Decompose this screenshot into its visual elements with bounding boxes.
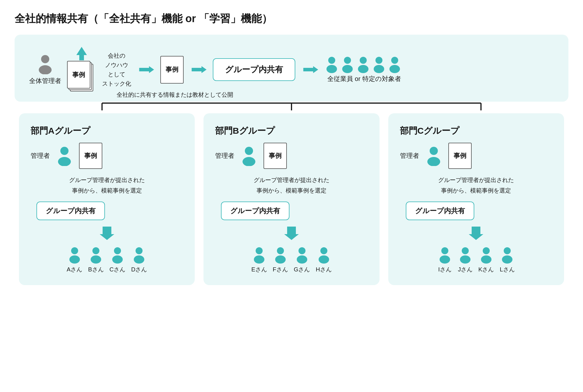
member-b2: Fさん	[273, 246, 288, 273]
svg-marker-22	[100, 227, 114, 240]
svg-point-14	[391, 57, 398, 64]
svg-marker-44	[469, 227, 483, 240]
member-c1-icon	[438, 246, 452, 264]
group-c-members: Iさん Jさん Kさん Lさん	[438, 246, 514, 273]
svg-point-8	[344, 57, 351, 64]
member-c2-label: Jさん	[458, 266, 473, 273]
group-a-card: 部門Aグループ 管理者 事例 グループ管理者が提出された 事例から、模範事例を選…	[19, 113, 195, 285]
page-container: 全社的情報共有（「全社共有」機能 or 「学習」機能） 全体管理者	[15, 12, 568, 288]
group-b-manager-label: 管理者	[215, 151, 234, 160]
diagram-wrapper: 全体管理者 事例	[15, 35, 568, 288]
doc-stack-area: 事例	[67, 46, 96, 93]
svg-point-1	[39, 65, 52, 74]
group-c-manager-icon	[425, 146, 442, 166]
member-c3-label: Kさん	[478, 266, 494, 273]
bottom-section: 部門Aグループ 管理者 事例 グループ管理者が提出された 事例から、模範事例を選…	[15, 110, 568, 288]
member-a3-icon	[110, 246, 125, 264]
svg-marker-4	[192, 66, 207, 73]
member-b2-icon	[273, 246, 288, 264]
svg-point-20	[60, 147, 69, 155]
svg-point-24	[69, 255, 80, 264]
member-b3: Gさん	[294, 246, 310, 273]
group-a-manager-icon	[56, 146, 73, 166]
svg-point-50	[481, 255, 491, 264]
right-arrow-icon-2	[189, 64, 207, 75]
group-c-manager-label: 管理者	[400, 151, 419, 160]
group-a-down-arrow	[100, 226, 114, 241]
connector-svg	[15, 102, 568, 110]
down-arrow-icon-c	[469, 226, 483, 241]
member-b4-icon	[317, 246, 331, 264]
svg-point-15	[389, 65, 400, 73]
svg-point-35	[254, 255, 264, 264]
member-c2: Jさん	[458, 246, 473, 273]
public-note: 全社的に共有する情報または教材として公開	[117, 91, 233, 99]
group-c-title: 部門Cグループ	[400, 125, 460, 137]
svg-point-11	[358, 65, 368, 73]
member-b1-label: Eさん	[251, 266, 267, 273]
group-a-manager-label: 管理者	[31, 151, 50, 160]
svg-point-31	[245, 147, 253, 155]
document-stack: 事例	[67, 61, 96, 93]
svg-point-28	[112, 255, 123, 264]
svg-point-47	[462, 247, 469, 254]
person-icon-4	[372, 56, 386, 73]
svg-marker-33	[284, 227, 299, 240]
svg-marker-5	[303, 66, 318, 73]
svg-point-36	[277, 247, 284, 254]
svg-point-25	[92, 247, 99, 254]
svg-point-0	[41, 55, 49, 63]
person-icon-2	[340, 56, 355, 73]
member-c2-icon	[458, 246, 473, 264]
group-c-manager-row: 管理者 事例	[400, 143, 472, 169]
admin-icon	[36, 54, 54, 74]
member-a1-icon	[67, 246, 82, 264]
svg-point-40	[320, 247, 327, 254]
group-b-down-arrow	[284, 226, 299, 241]
svg-point-27	[114, 247, 121, 254]
svg-point-51	[504, 247, 511, 254]
arrow-right-1	[137, 64, 154, 75]
group-a-share-box: グループ内共有	[36, 202, 105, 220]
svg-point-12	[375, 57, 382, 64]
group-a-members: Aさん Bさん Cさん Dさん	[67, 246, 147, 273]
arrow-right-2	[189, 64, 207, 75]
down-arrow-icon-a	[100, 226, 114, 241]
member-c1-label: Iさん	[438, 266, 452, 273]
note-line1: 会社のノウハウとしてストック化	[102, 52, 131, 87]
svg-marker-2	[76, 47, 87, 60]
group-b-desc: グループ管理者が提出された 事例から、模範事例を選定	[254, 175, 329, 196]
svg-point-10	[360, 57, 367, 64]
people-icons	[324, 56, 402, 73]
svg-point-41	[319, 255, 329, 264]
group-a-title: 部門Aグループ	[31, 125, 90, 137]
svg-point-30	[134, 255, 144, 264]
svg-point-38	[298, 247, 305, 254]
svg-point-32	[243, 157, 255, 166]
group-b-card: 部門Bグループ 管理者 事例 グループ管理者が提出された 事例から、模範事例を選…	[203, 113, 379, 285]
svg-point-29	[136, 247, 143, 254]
svg-point-49	[483, 247, 490, 254]
up-arrow-icon	[76, 46, 87, 61]
group-b-share-box: グループ内共有	[221, 202, 289, 220]
note-text: 会社のノウハウとしてストック化	[102, 51, 131, 88]
member-a3: Cさん	[110, 246, 125, 273]
group-a-doc: 事例	[79, 143, 102, 169]
admin-person: 全体管理者	[29, 54, 61, 85]
svg-point-46	[440, 255, 450, 264]
member-b1-icon	[252, 246, 266, 264]
down-arrow-icon-b	[284, 226, 299, 241]
person-icon-1	[324, 56, 339, 73]
group-b-members: Eさん Fさん Gさん Hさん	[251, 246, 332, 273]
person-icon-3	[356, 56, 370, 73]
single-doc: 事例	[160, 56, 184, 84]
svg-point-26	[91, 255, 101, 264]
member-b3-label: Gさん	[294, 266, 310, 273]
svg-point-7	[326, 65, 337, 73]
member-c4-icon	[500, 246, 514, 264]
svg-point-48	[460, 255, 470, 264]
member-a2-icon	[89, 246, 103, 264]
member-b1: Eさん	[251, 246, 267, 273]
member-c4: Lさん	[500, 246, 514, 273]
group-a-manager-row: 管理者 事例	[31, 143, 102, 169]
